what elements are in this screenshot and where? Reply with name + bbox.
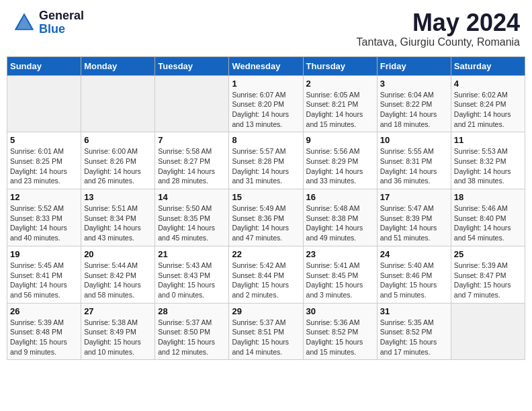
calendar-cell: 9Sunrise: 5:56 AM Sunset: 8:29 PM Daylig…	[303, 132, 377, 189]
day-info: Sunrise: 6:07 AM Sunset: 8:20 PM Dayligh…	[232, 90, 300, 130]
day-number: 29	[232, 306, 300, 316]
day-number: 10	[380, 135, 448, 145]
day-number: 28	[158, 306, 226, 316]
day-number: 30	[306, 306, 374, 316]
weekday-header-sunday: Sunday	[7, 56, 81, 75]
day-number: 12	[10, 192, 78, 202]
calendar-header: SundayMondayTuesdayWednesdayThursdayFrid…	[7, 56, 525, 75]
calendar-cell: 10Sunrise: 5:55 AM Sunset: 8:31 PM Dayli…	[377, 132, 451, 189]
calendar-week-row: 1Sunrise: 6:07 AM Sunset: 8:20 PM Daylig…	[7, 75, 525, 132]
weekday-header-wednesday: Wednesday	[229, 56, 303, 75]
day-number: 21	[158, 249, 226, 259]
calendar-cell: 7Sunrise: 5:58 AM Sunset: 8:27 PM Daylig…	[155, 132, 229, 189]
day-number: 8	[232, 135, 300, 145]
calendar-cell: 29Sunrise: 5:37 AM Sunset: 8:51 PM Dayli…	[229, 303, 303, 360]
calendar-cell: 14Sunrise: 5:50 AM Sunset: 8:35 PM Dayli…	[155, 189, 229, 246]
logo-icon	[12, 11, 36, 35]
calendar-week-row: 19Sunrise: 5:45 AM Sunset: 8:41 PM Dayli…	[7, 246, 525, 303]
calendar-cell: 12Sunrise: 5:52 AM Sunset: 8:33 PM Dayli…	[7, 189, 81, 246]
day-number: 17	[380, 192, 448, 202]
logo-text: General Blue	[39, 9, 84, 36]
calendar-cell: 26Sunrise: 5:39 AM Sunset: 8:48 PM Dayli…	[7, 303, 81, 360]
day-number: 2	[306, 79, 374, 89]
weekday-header-monday: Monday	[81, 56, 155, 75]
calendar-cell: 16Sunrise: 5:48 AM Sunset: 8:38 PM Dayli…	[303, 189, 377, 246]
day-number: 15	[232, 192, 300, 202]
day-number: 22	[232, 249, 300, 259]
day-info: Sunrise: 6:02 AM Sunset: 8:24 PM Dayligh…	[454, 90, 522, 130]
day-number: 13	[84, 192, 152, 202]
day-number: 25	[454, 249, 522, 259]
day-info: Sunrise: 5:40 AM Sunset: 8:46 PM Dayligh…	[380, 261, 448, 300]
day-info: Sunrise: 5:49 AM Sunset: 8:36 PM Dayligh…	[232, 203, 300, 243]
day-info: Sunrise: 5:50 AM Sunset: 8:35 PM Dayligh…	[158, 203, 226, 243]
logo-general: General	[39, 9, 84, 23]
calendar-cell: 28Sunrise: 5:37 AM Sunset: 8:50 PM Dayli…	[155, 303, 229, 360]
calendar-week-row: 5Sunrise: 6:01 AM Sunset: 8:25 PM Daylig…	[7, 132, 525, 189]
calendar-cell: 13Sunrise: 5:51 AM Sunset: 8:34 PM Dayli…	[81, 189, 155, 246]
title-block: May 2024 Tantava, Giurgiu County, Romani…	[357, 9, 520, 48]
calendar-cell: 8Sunrise: 5:57 AM Sunset: 8:28 PM Daylig…	[229, 132, 303, 189]
day-number: 7	[158, 135, 226, 145]
calendar-cell: 21Sunrise: 5:43 AM Sunset: 8:43 PM Dayli…	[155, 246, 229, 303]
weekday-header-row: SundayMondayTuesdayWednesdayThursdayFrid…	[7, 56, 525, 75]
day-number: 31	[380, 306, 448, 316]
day-info: Sunrise: 5:44 AM Sunset: 8:42 PM Dayligh…	[84, 261, 152, 300]
day-info: Sunrise: 5:55 AM Sunset: 8:31 PM Dayligh…	[380, 146, 448, 186]
calendar-cell	[451, 303, 525, 360]
day-info: Sunrise: 5:57 AM Sunset: 8:28 PM Dayligh…	[232, 146, 300, 186]
day-info: Sunrise: 6:04 AM Sunset: 8:22 PM Dayligh…	[380, 90, 448, 130]
day-number: 5	[10, 135, 78, 145]
day-info: Sunrise: 5:47 AM Sunset: 8:39 PM Dayligh…	[380, 203, 448, 243]
day-number: 11	[454, 135, 522, 145]
day-info: Sunrise: 5:42 AM Sunset: 8:44 PM Dayligh…	[232, 261, 300, 300]
day-info: Sunrise: 5:51 AM Sunset: 8:34 PM Dayligh…	[84, 203, 152, 243]
day-number: 20	[84, 249, 152, 259]
calendar-cell: 20Sunrise: 5:44 AM Sunset: 8:42 PM Dayli…	[81, 246, 155, 303]
day-info: Sunrise: 5:58 AM Sunset: 8:27 PM Dayligh…	[158, 146, 226, 186]
calendar-cell: 25Sunrise: 5:39 AM Sunset: 8:47 PM Dayli…	[451, 246, 525, 303]
day-info: Sunrise: 5:37 AM Sunset: 8:51 PM Dayligh…	[232, 318, 300, 357]
day-info: Sunrise: 5:36 AM Sunset: 8:52 PM Dayligh…	[306, 318, 374, 357]
calendar-cell: 19Sunrise: 5:45 AM Sunset: 8:41 PM Dayli…	[7, 246, 81, 303]
calendar-cell: 11Sunrise: 5:53 AM Sunset: 8:32 PM Dayli…	[451, 132, 525, 189]
day-info: Sunrise: 5:39 AM Sunset: 8:48 PM Dayligh…	[10, 318, 78, 357]
day-number: 24	[380, 249, 448, 259]
day-info: Sunrise: 5:37 AM Sunset: 8:50 PM Dayligh…	[158, 318, 226, 357]
calendar-cell: 17Sunrise: 5:47 AM Sunset: 8:39 PM Dayli…	[377, 189, 451, 246]
day-number: 14	[158, 192, 226, 202]
day-number: 18	[454, 192, 522, 202]
calendar-cell: 4Sunrise: 6:02 AM Sunset: 8:24 PM Daylig…	[451, 75, 525, 132]
day-number: 27	[84, 306, 152, 316]
day-info: Sunrise: 5:45 AM Sunset: 8:41 PM Dayligh…	[10, 261, 78, 300]
calendar-cell: 6Sunrise: 6:00 AM Sunset: 8:26 PM Daylig…	[81, 132, 155, 189]
calendar-cell	[81, 75, 155, 132]
calendar-table: SundayMondayTuesdayWednesdayThursdayFrid…	[7, 56, 525, 361]
calendar-week-row: 26Sunrise: 5:39 AM Sunset: 8:48 PM Dayli…	[7, 303, 525, 360]
calendar-cell: 30Sunrise: 5:36 AM Sunset: 8:52 PM Dayli…	[303, 303, 377, 360]
day-info: Sunrise: 5:39 AM Sunset: 8:47 PM Dayligh…	[454, 261, 522, 300]
day-info: Sunrise: 6:01 AM Sunset: 8:25 PM Dayligh…	[10, 146, 78, 186]
calendar-cell: 23Sunrise: 5:41 AM Sunset: 8:45 PM Dayli…	[303, 246, 377, 303]
day-number: 6	[84, 135, 152, 145]
day-number: 16	[306, 192, 374, 202]
weekday-header-saturday: Saturday	[451, 56, 525, 75]
calendar-cell: 3Sunrise: 6:04 AM Sunset: 8:22 PM Daylig…	[377, 75, 451, 132]
day-number: 3	[380, 79, 448, 89]
weekday-header-friday: Friday	[377, 56, 451, 75]
calendar-cell: 5Sunrise: 6:01 AM Sunset: 8:25 PM Daylig…	[7, 132, 81, 189]
calendar-cell: 31Sunrise: 5:35 AM Sunset: 8:52 PM Dayli…	[377, 303, 451, 360]
day-number: 1	[232, 79, 300, 89]
calendar-cell: 15Sunrise: 5:49 AM Sunset: 8:36 PM Dayli…	[229, 189, 303, 246]
day-info: Sunrise: 6:00 AM Sunset: 8:26 PM Dayligh…	[84, 146, 152, 186]
day-number: 9	[306, 135, 374, 145]
month-year-title: May 2024	[357, 9, 520, 36]
calendar-cell: 27Sunrise: 5:38 AM Sunset: 8:49 PM Dayli…	[81, 303, 155, 360]
logo: General Blue	[12, 9, 84, 36]
calendar-cell: 22Sunrise: 5:42 AM Sunset: 8:44 PM Dayli…	[229, 246, 303, 303]
day-info: Sunrise: 5:53 AM Sunset: 8:32 PM Dayligh…	[454, 146, 522, 186]
calendar-week-row: 12Sunrise: 5:52 AM Sunset: 8:33 PM Dayli…	[7, 189, 525, 246]
day-info: Sunrise: 6:05 AM Sunset: 8:21 PM Dayligh…	[306, 90, 374, 130]
calendar-body: 1Sunrise: 6:07 AM Sunset: 8:20 PM Daylig…	[7, 75, 525, 360]
weekday-header-thursday: Thursday	[303, 56, 377, 75]
